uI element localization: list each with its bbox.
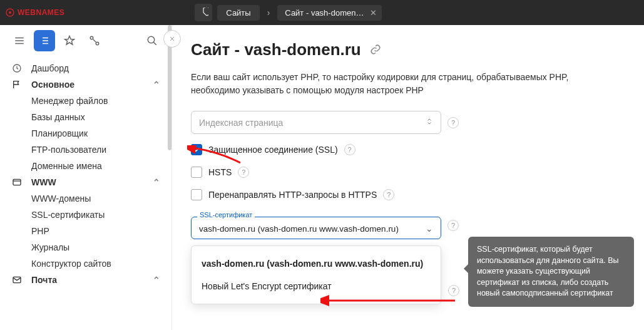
top-bar: WEBNAMES Сайты › Сайт - vash-domen… ✕ (0, 0, 644, 25)
help-button[interactable]: ? (238, 167, 249, 178)
sidebar-item-www-domains[interactable]: WWW-домены (0, 190, 171, 207)
index-page-field-row: Индексная страница ? (191, 111, 625, 134)
sidebar-item-label: Конструктор сайтов (31, 259, 111, 269)
help-button[interactable]: ? (447, 220, 459, 231)
expand-icon[interactable] (426, 117, 433, 128)
ssl-checkbox-row: Защищенное соединение (SSL) ? (191, 144, 625, 155)
ssl-cert-select-row: SSL-сертификат vash-domen.ru (vash-domen… (191, 212, 625, 239)
svg-point-2 (90, 36, 93, 39)
ssl-help-tooltip: SSL-сертификат, который будет использова… (468, 237, 634, 307)
chevron-up-icon: ⌃ (153, 177, 160, 187)
sidebar-nav: Дашборд Основное ⌃ Менеджер файлов Базы … (0, 56, 171, 288)
modules-button[interactable] (84, 30, 105, 51)
svg-rect-6 (13, 179, 21, 185)
close-icon[interactable]: ✕ (370, 8, 377, 18)
sidebar-item-label: WWW-домены (31, 193, 91, 204)
chevron-down-icon: ⌄ (426, 224, 433, 234)
index-page-input[interactable]: Индексная страница (191, 111, 441, 134)
input-placeholder: Индексная страница (199, 118, 283, 128)
hsts-checkbox-label: HSTS (208, 167, 232, 177)
help-button[interactable]: ? (344, 144, 355, 155)
modules-icon (89, 35, 100, 46)
sidebar-item-label: WWW (31, 177, 56, 187)
logo-text: WEBNAMES (18, 8, 64, 17)
sidebar-group-main[interactable]: Основное ⌃ (0, 76, 171, 93)
tab-current-label: Сайт - vash-domen… (285, 8, 364, 18)
sidebar-item-label: Дашборд (31, 63, 69, 73)
select-box[interactable]: vash-domen.ru (vash-domen.ru www.vash-do… (191, 217, 441, 239)
menu-button[interactable] (9, 30, 30, 51)
sidebar-item-domains[interactable]: Доменные имена (0, 158, 171, 174)
search-button[interactable] (141, 30, 163, 51)
menu-icon (14, 35, 25, 46)
help-button[interactable]: ? (447, 117, 459, 128)
annotation-arrow-icon (187, 145, 243, 168)
breadcrumb-arrow-icon: › (265, 8, 273, 18)
mail-icon (11, 275, 23, 285)
sidebar-item-label: Доменные имена (31, 161, 102, 171)
list-view-button[interactable] (34, 30, 55, 51)
svg-point-3 (96, 42, 99, 45)
flag-icon (11, 80, 23, 90)
sidebar: Дашборд Основное ⌃ Менеджер файлов Базы … (0, 25, 172, 330)
logo-icon (5, 8, 15, 18)
sidebar-item-builder[interactable]: Конструктор сайтов (0, 255, 171, 272)
star-icon (64, 35, 75, 46)
select-legend: SSL-сертификат (197, 211, 255, 219)
page-title: Сайт - vash-domen.ru (191, 40, 361, 59)
globe-icon (11, 177, 23, 187)
sidebar-item-ftp[interactable]: FTP-пользователи (0, 142, 171, 158)
sidebar-item-label: Журналы (31, 242, 69, 252)
sidebar-item-files[interactable]: Менеджер файлов (0, 93, 171, 109)
sidebar-group-www[interactable]: WWW ⌃ (0, 174, 171, 190)
dropdown-option[interactable]: vash-domen.ru (vash-domen.ru www.vash-do… (192, 252, 441, 275)
sidebar-item-label: SSL-сертификаты (31, 210, 105, 220)
favorites-button[interactable] (59, 30, 80, 51)
stats-tab[interactable] (195, 4, 212, 21)
sidebar-item-logs[interactable]: Журналы (0, 239, 171, 255)
ssl-cert-select[interactable]: SSL-сертификат vash-domen.ru (vash-domen… (191, 217, 441, 239)
dashboard-icon (11, 63, 23, 73)
chevron-up-icon: ⌃ (153, 275, 160, 285)
redirect-checkbox[interactable] (191, 189, 202, 200)
svg-point-4 (148, 36, 155, 43)
list-icon (39, 35, 50, 46)
page-description: Если ваш сайт использует PHP, то настрой… (191, 71, 591, 97)
page-title-row: Сайт - vash-domen.ru (191, 40, 625, 59)
select-value: vash-domen.ru (vash-domen.ru www.vash-do… (199, 224, 399, 234)
tab-sites[interactable]: Сайты (217, 5, 259, 21)
sidebar-toolbar (0, 25, 171, 56)
sidebar-item-label: Планировщик (31, 128, 88, 138)
link-icon[interactable] (370, 40, 381, 59)
redirect-checkbox-row: Перенаправлять HTTP-запросы в HTTPS ? (191, 189, 625, 200)
sidebar-item-label: Почта (31, 275, 57, 285)
help-button[interactable]: ? (383, 189, 394, 200)
hsts-checkbox-row: HSTS ? (191, 167, 625, 178)
sidebar-item-db[interactable]: Базы данных (0, 109, 171, 125)
close-icon (168, 35, 176, 43)
svg-point-1 (9, 11, 11, 14)
sidebar-item-php[interactable]: PHP (0, 223, 171, 239)
sidebar-item-ssl[interactable]: SSL-сертификаты (0, 207, 171, 223)
sidebar-item-label: FTP-пользователи (31, 145, 106, 155)
sidebar-item-label: Основное (31, 80, 74, 90)
collapse-sidebar-button[interactable] (163, 30, 181, 48)
sidebar-item-label: Базы данных (31, 112, 85, 122)
sidebar-item-label: Менеджер файлов (31, 96, 108, 106)
hsts-checkbox[interactable] (191, 167, 202, 178)
logo[interactable]: WEBNAMES (5, 8, 64, 18)
tab-current[interactable]: Сайт - vash-domen… ✕ (277, 5, 382, 21)
search-icon (146, 35, 158, 46)
pie-chart-icon (198, 8, 208, 18)
sidebar-item-label: PHP (31, 226, 49, 236)
annotation-arrow-icon (320, 291, 458, 310)
sidebar-item-scheduler[interactable]: Планировщик (0, 125, 171, 142)
sidebar-group-mail[interactable]: Почта ⌃ (0, 272, 171, 288)
sidebar-item-dashboard[interactable]: Дашборд (0, 60, 171, 76)
redirect-checkbox-label: Перенаправлять HTTP-запросы в HTTPS (208, 190, 377, 200)
chevron-up-icon: ⌃ (153, 80, 160, 90)
